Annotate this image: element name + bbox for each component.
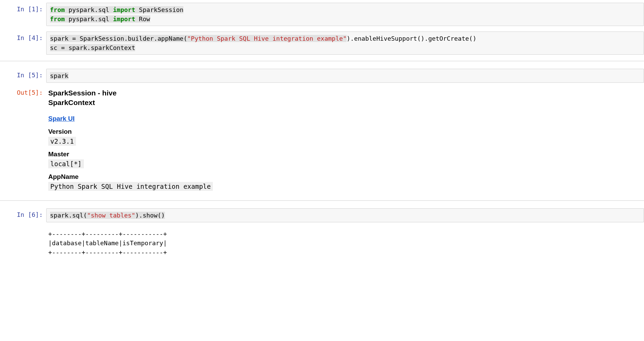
table-output: +--------+---------+-----------+ |databa… — [48, 229, 641, 257]
code-content: spark.sql("show tables").show() — [50, 211, 640, 220]
in-prompt: In [1]: — [0, 3, 46, 26]
code-cell[interactable]: In [6]: spark.sql("show tables").show() — [0, 200, 644, 225]
code-cell[interactable]: In [5]: spark — [0, 61, 644, 86]
code-input[interactable]: from pyspark.sql import SparkSession fro… — [46, 3, 644, 26]
in-prompt: In [6]: — [0, 208, 46, 222]
spark-ui-link[interactable]: Spark UI — [48, 115, 75, 122]
code-cell[interactable]: In [4]: spark = SparkSession.builder.app… — [0, 29, 644, 57]
code-content: from pyspark.sql import SparkSession fro… — [50, 5, 640, 24]
code-input[interactable]: spark — [46, 69, 644, 83]
in-prompt: In [5]: — [0, 69, 46, 83]
code-input[interactable]: spark.sql("show tables").show() — [46, 208, 644, 222]
output-cell: +--------+---------+-----------+ |databa… — [0, 225, 644, 261]
empty-prompt — [0, 228, 46, 258]
out-prompt: Out[5]: — [0, 86, 46, 194]
notebook: In [1]: from pyspark.sql import SparkSes… — [0, 0, 644, 261]
appname-value: Python Spark SQL Hive integration exampl… — [48, 182, 213, 191]
code-content: spark = SparkSession.builder.appName("Py… — [50, 34, 640, 52]
output-cell: Out[5]: SparkSession - hive SparkContext… — [0, 86, 644, 197]
version-label: Version — [48, 128, 641, 135]
stdout-output: +--------+---------+-----------+ |databa… — [46, 228, 644, 258]
spark-context-heading: SparkContext — [48, 99, 641, 107]
master-value: local[*] — [48, 159, 84, 168]
code-content: spark — [50, 71, 640, 80]
in-prompt: In [4]: — [0, 31, 46, 55]
spark-session-heading: SparkSession - hive — [48, 89, 641, 97]
code-cell[interactable]: In [1]: from pyspark.sql import SparkSes… — [0, 0, 644, 29]
version-value: v2.3.1 — [48, 137, 76, 146]
appname-label: AppName — [48, 173, 641, 181]
code-input[interactable]: spark = SparkSession.builder.appName("Py… — [46, 31, 644, 55]
master-label: Master — [48, 150, 641, 158]
spark-session-output: SparkSession - hive SparkContext Spark U… — [46, 86, 644, 194]
